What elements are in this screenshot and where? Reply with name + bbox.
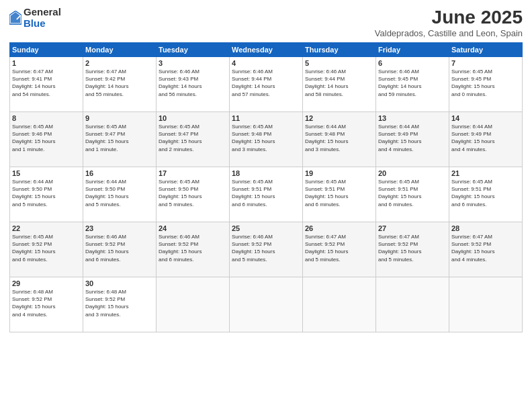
calendar-cell: 3Sunrise: 6:46 AMSunset: 9:43 PMDaylight… bbox=[157, 57, 230, 112]
calendar-cell: 9Sunrise: 6:45 AMSunset: 9:47 PMDaylight… bbox=[83, 112, 157, 167]
day-number: 29 bbox=[12, 279, 81, 287]
calendar-cell: 8Sunrise: 6:45 AMSunset: 9:46 PMDaylight… bbox=[10, 112, 83, 167]
day-info: Sunrise: 6:44 AMSunset: 9:50 PMDaylight:… bbox=[85, 178, 154, 208]
day-info: Sunrise: 6:44 AMSunset: 9:48 PMDaylight:… bbox=[305, 123, 373, 153]
calendar-cell: 17Sunrise: 6:45 AMSunset: 9:50 PMDayligh… bbox=[157, 167, 230, 222]
calendar-cell: 10Sunrise: 6:45 AMSunset: 9:47 PMDayligh… bbox=[157, 112, 230, 167]
calendar-cell bbox=[230, 277, 303, 332]
day-info: Sunrise: 6:46 AMSunset: 9:52 PMDaylight:… bbox=[159, 233, 227, 263]
day-info: Sunrise: 6:45 AMSunset: 9:51 PMDaylight:… bbox=[378, 178, 447, 208]
day-number: 25 bbox=[232, 224, 300, 232]
logo-blue-text: Blue bbox=[24, 18, 61, 30]
table-row: 8Sunrise: 6:45 AMSunset: 9:46 PMDaylight… bbox=[10, 112, 523, 167]
day-number: 3 bbox=[159, 59, 227, 67]
day-number: 2 bbox=[85, 59, 154, 67]
month-title: June 2025 bbox=[375, 7, 523, 28]
day-number: 15 bbox=[12, 169, 81, 177]
logo-text: General Blue bbox=[24, 7, 61, 29]
calendar-cell: 13Sunrise: 6:44 AMSunset: 9:49 PMDayligh… bbox=[376, 112, 449, 167]
day-number: 12 bbox=[305, 114, 373, 122]
calendar-cell: 6Sunrise: 6:46 AMSunset: 9:45 PMDaylight… bbox=[376, 57, 449, 112]
day-number: 1 bbox=[12, 59, 81, 67]
day-info: Sunrise: 6:46 AMSunset: 9:45 PMDaylight:… bbox=[378, 68, 447, 98]
day-info: Sunrise: 6:45 AMSunset: 9:51 PMDaylight:… bbox=[451, 178, 520, 208]
day-info: Sunrise: 6:48 AMSunset: 9:52 PMDaylight:… bbox=[12, 288, 81, 318]
day-number: 23 bbox=[85, 224, 154, 232]
col-tuesday: Tuesday bbox=[157, 43, 230, 57]
col-friday: Friday bbox=[376, 43, 449, 57]
day-number: 7 bbox=[451, 59, 520, 67]
day-number: 8 bbox=[12, 114, 81, 122]
page: General Blue June 2025 Valdeprados, Cast… bbox=[0, 0, 532, 411]
header-row: Sunday Monday Tuesday Wednesday Thursday… bbox=[10, 43, 523, 57]
day-info: Sunrise: 6:46 AMSunset: 9:44 PMDaylight:… bbox=[305, 68, 373, 98]
calendar-cell: 1Sunrise: 6:47 AMSunset: 9:41 PMDaylight… bbox=[10, 57, 83, 112]
day-info: Sunrise: 6:48 AMSunset: 9:52 PMDaylight:… bbox=[85, 288, 154, 318]
day-number: 18 bbox=[232, 169, 300, 177]
calendar-cell: 20Sunrise: 6:45 AMSunset: 9:51 PMDayligh… bbox=[376, 167, 449, 222]
day-info: Sunrise: 6:47 AMSunset: 9:52 PMDaylight:… bbox=[451, 233, 520, 263]
table-row: 22Sunrise: 6:45 AMSunset: 9:52 PMDayligh… bbox=[10, 222, 523, 277]
location-title: Valdeprados, Castille and Leon, Spain bbox=[375, 28, 523, 38]
day-number: 28 bbox=[451, 224, 520, 232]
col-wednesday: Wednesday bbox=[230, 43, 303, 57]
day-info: Sunrise: 6:44 AMSunset: 9:49 PMDaylight:… bbox=[378, 123, 447, 153]
calendar-cell: 18Sunrise: 6:45 AMSunset: 9:51 PMDayligh… bbox=[230, 167, 303, 222]
day-number: 22 bbox=[12, 224, 81, 232]
calendar-cell: 16Sunrise: 6:44 AMSunset: 9:50 PMDayligh… bbox=[83, 167, 157, 222]
day-number: 13 bbox=[378, 114, 447, 122]
logo: General Blue bbox=[9, 7, 61, 29]
calendar-cell: 5Sunrise: 6:46 AMSunset: 9:44 PMDaylight… bbox=[303, 57, 376, 112]
day-number: 26 bbox=[305, 224, 373, 232]
day-info: Sunrise: 6:45 AMSunset: 9:47 PMDaylight:… bbox=[159, 123, 227, 153]
day-info: Sunrise: 6:44 AMSunset: 9:50 PMDaylight:… bbox=[12, 178, 81, 208]
day-number: 17 bbox=[159, 169, 227, 177]
day-number: 21 bbox=[451, 169, 520, 177]
calendar-cell: 29Sunrise: 6:48 AMSunset: 9:52 PMDayligh… bbox=[10, 277, 83, 332]
day-info: Sunrise: 6:45 AMSunset: 9:51 PMDaylight:… bbox=[305, 178, 373, 208]
logo-general-text: General bbox=[24, 7, 61, 18]
col-sunday: Sunday bbox=[10, 43, 83, 57]
day-info: Sunrise: 6:45 AMSunset: 9:52 PMDaylight:… bbox=[12, 233, 81, 263]
calendar-cell: 7Sunrise: 6:45 AMSunset: 9:45 PMDaylight… bbox=[449, 57, 523, 112]
col-thursday: Thursday bbox=[303, 43, 376, 57]
day-number: 19 bbox=[305, 169, 373, 177]
day-info: Sunrise: 6:46 AMSunset: 9:52 PMDaylight:… bbox=[85, 233, 154, 263]
calendar-cell: 2Sunrise: 6:47 AMSunset: 9:42 PMDaylight… bbox=[83, 57, 157, 112]
calendar-table: Sunday Monday Tuesday Wednesday Thursday… bbox=[9, 42, 523, 332]
day-info: Sunrise: 6:45 AMSunset: 9:50 PMDaylight:… bbox=[159, 178, 227, 208]
col-monday: Monday bbox=[83, 43, 157, 57]
day-info: Sunrise: 6:45 AMSunset: 9:48 PMDaylight:… bbox=[232, 123, 300, 153]
day-info: Sunrise: 6:45 AMSunset: 9:51 PMDaylight:… bbox=[232, 178, 300, 208]
calendar-cell: 26Sunrise: 6:47 AMSunset: 9:52 PMDayligh… bbox=[303, 222, 376, 277]
calendar-cell bbox=[157, 277, 230, 332]
day-number: 20 bbox=[378, 169, 447, 177]
calendar-cell: 28Sunrise: 6:47 AMSunset: 9:52 PMDayligh… bbox=[449, 222, 523, 277]
calendar-cell: 21Sunrise: 6:45 AMSunset: 9:51 PMDayligh… bbox=[449, 167, 523, 222]
day-info: Sunrise: 6:44 AMSunset: 9:49 PMDaylight:… bbox=[451, 123, 520, 153]
calendar-cell: 19Sunrise: 6:45 AMSunset: 9:51 PMDayligh… bbox=[303, 167, 376, 222]
day-number: 30 bbox=[85, 279, 154, 287]
calendar-cell: 15Sunrise: 6:44 AMSunset: 9:50 PMDayligh… bbox=[10, 167, 83, 222]
day-info: Sunrise: 6:45 AMSunset: 9:46 PMDaylight:… bbox=[12, 123, 81, 153]
day-number: 10 bbox=[159, 114, 227, 122]
calendar-cell: 11Sunrise: 6:45 AMSunset: 9:48 PMDayligh… bbox=[230, 112, 303, 167]
title-section: June 2025 Valdeprados, Castille and Leon… bbox=[375, 7, 523, 38]
table-row: 15Sunrise: 6:44 AMSunset: 9:50 PMDayligh… bbox=[10, 167, 523, 222]
calendar-cell bbox=[449, 277, 523, 332]
day-info: Sunrise: 6:46 AMSunset: 9:43 PMDaylight:… bbox=[159, 68, 227, 98]
day-info: Sunrise: 6:47 AMSunset: 9:52 PMDaylight:… bbox=[378, 233, 447, 263]
day-number: 24 bbox=[159, 224, 227, 232]
calendar-cell: 14Sunrise: 6:44 AMSunset: 9:49 PMDayligh… bbox=[449, 112, 523, 167]
day-info: Sunrise: 6:47 AMSunset: 9:52 PMDaylight:… bbox=[305, 233, 373, 263]
calendar-cell: 25Sunrise: 6:46 AMSunset: 9:52 PMDayligh… bbox=[230, 222, 303, 277]
calendar-cell: 23Sunrise: 6:46 AMSunset: 9:52 PMDayligh… bbox=[83, 222, 157, 277]
col-saturday: Saturday bbox=[449, 43, 523, 57]
day-info: Sunrise: 6:47 AMSunset: 9:41 PMDaylight:… bbox=[12, 68, 81, 98]
calendar-cell: 22Sunrise: 6:45 AMSunset: 9:52 PMDayligh… bbox=[10, 222, 83, 277]
day-number: 5 bbox=[305, 59, 373, 67]
day-info: Sunrise: 6:47 AMSunset: 9:42 PMDaylight:… bbox=[85, 68, 154, 98]
day-number: 6 bbox=[378, 59, 447, 67]
logo-icon bbox=[9, 11, 21, 26]
day-number: 9 bbox=[85, 114, 154, 122]
